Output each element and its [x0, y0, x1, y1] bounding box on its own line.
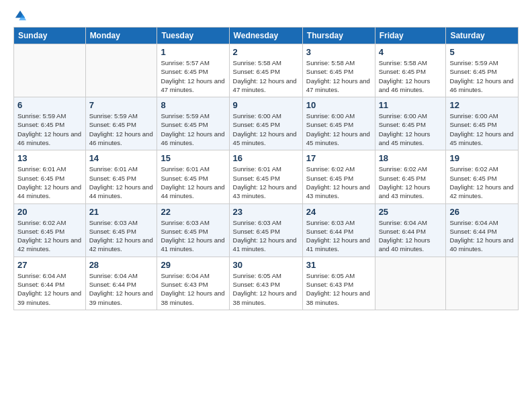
calendar-header-cell: Tuesday: [157, 28, 229, 44]
day-number: 12: [449, 100, 515, 110]
calendar-cell: 5Sunrise: 5:59 AM Sunset: 6:45 PM Daylig…: [446, 44, 519, 97]
day-number: 27: [17, 260, 82, 270]
calendar-week-row: 27Sunrise: 6:04 AM Sunset: 6:44 PM Dayli…: [14, 257, 519, 310]
day-info: Sunrise: 6:04 AM Sunset: 6:44 PM Dayligh…: [449, 218, 515, 254]
page: SundayMondayTuesdayWednesdayThursdayFrid…: [0, 0, 532, 411]
calendar-cell: [14, 44, 86, 97]
calendar-cell: 9Sunrise: 6:00 AM Sunset: 6:45 PM Daylig…: [229, 97, 302, 150]
day-info: Sunrise: 6:00 AM Sunset: 6:45 PM Dayligh…: [379, 111, 443, 147]
calendar-header-cell: Monday: [85, 28, 157, 44]
day-number: 20: [17, 207, 82, 217]
calendar-cell: 18Sunrise: 6:02 AM Sunset: 6:45 PM Dayli…: [375, 150, 446, 203]
day-info: Sunrise: 6:04 AM Sunset: 6:44 PM Dayligh…: [17, 271, 82, 307]
calendar-week-row: 6Sunrise: 5:59 AM Sunset: 6:45 PM Daylig…: [14, 97, 519, 150]
calendar-header-cell: Sunday: [14, 28, 86, 44]
day-number: 5: [449, 47, 515, 57]
calendar-cell: [85, 44, 157, 97]
day-number: 28: [89, 260, 154, 270]
day-info: Sunrise: 6:03 AM Sunset: 6:45 PM Dayligh…: [89, 218, 154, 254]
day-info: Sunrise: 6:04 AM Sunset: 6:44 PM Dayligh…: [379, 218, 443, 254]
day-info: Sunrise: 6:02 AM Sunset: 6:45 PM Dayligh…: [379, 165, 443, 200]
calendar-cell: 16Sunrise: 6:01 AM Sunset: 6:45 PM Dayli…: [229, 150, 302, 203]
day-number: 16: [233, 153, 299, 163]
day-info: Sunrise: 6:01 AM Sunset: 6:45 PM Dayligh…: [233, 165, 299, 200]
calendar-cell: 23Sunrise: 6:03 AM Sunset: 6:45 PM Dayli…: [229, 203, 302, 257]
calendar-cell: 2Sunrise: 5:58 AM Sunset: 6:45 PM Daylig…: [229, 44, 302, 97]
logo-icon: [14, 9, 26, 21]
day-number: 24: [306, 207, 371, 217]
day-info: Sunrise: 6:01 AM Sunset: 6:45 PM Dayligh…: [89, 165, 154, 200]
calendar-cell: 25Sunrise: 6:04 AM Sunset: 6:44 PM Dayli…: [375, 203, 446, 257]
calendar-cell: 11Sunrise: 6:00 AM Sunset: 6:45 PM Dayli…: [375, 97, 446, 150]
calendar-cell: [446, 257, 519, 310]
day-number: 17: [306, 153, 371, 163]
day-number: 26: [449, 207, 515, 217]
day-number: 1: [161, 47, 225, 57]
day-number: 31: [306, 260, 371, 270]
day-info: Sunrise: 5:59 AM Sunset: 6:45 PM Dayligh…: [89, 111, 154, 147]
day-info: Sunrise: 5:59 AM Sunset: 6:45 PM Dayligh…: [161, 111, 225, 147]
day-info: Sunrise: 5:58 AM Sunset: 6:45 PM Dayligh…: [233, 58, 299, 94]
calendar-header-cell: Saturday: [446, 28, 519, 44]
calendar-cell: 10Sunrise: 6:00 AM Sunset: 6:45 PM Dayli…: [302, 97, 375, 150]
day-number: 29: [161, 260, 225, 270]
calendar-week-row: 20Sunrise: 6:02 AM Sunset: 6:45 PM Dayli…: [14, 203, 519, 257]
calendar-cell: 31Sunrise: 6:05 AM Sunset: 6:43 PM Dayli…: [302, 257, 375, 310]
calendar-cell: 17Sunrise: 6:02 AM Sunset: 6:45 PM Dayli…: [302, 150, 375, 203]
day-info: Sunrise: 5:58 AM Sunset: 6:45 PM Dayligh…: [379, 58, 443, 94]
day-info: Sunrise: 6:03 AM Sunset: 6:44 PM Dayligh…: [306, 218, 371, 254]
day-number: 7: [89, 100, 154, 110]
calendar-cell: 29Sunrise: 6:04 AM Sunset: 6:43 PM Dayli…: [157, 257, 229, 310]
calendar-cell: 27Sunrise: 6:04 AM Sunset: 6:44 PM Dayli…: [14, 257, 86, 310]
calendar-week-row: 13Sunrise: 6:01 AM Sunset: 6:45 PM Dayli…: [14, 150, 519, 203]
day-info: Sunrise: 6:00 AM Sunset: 6:45 PM Dayligh…: [306, 111, 371, 147]
day-info: Sunrise: 5:59 AM Sunset: 6:45 PM Dayligh…: [17, 111, 82, 147]
day-info: Sunrise: 5:58 AM Sunset: 6:45 PM Dayligh…: [306, 58, 371, 94]
day-info: Sunrise: 6:04 AM Sunset: 6:44 PM Dayligh…: [89, 271, 154, 307]
day-number: 14: [89, 153, 154, 163]
calendar-cell: 22Sunrise: 6:03 AM Sunset: 6:45 PM Dayli…: [157, 203, 229, 257]
calendar-cell: 6Sunrise: 5:59 AM Sunset: 6:45 PM Daylig…: [14, 97, 86, 150]
day-number: 18: [379, 153, 443, 163]
calendar-cell: 28Sunrise: 6:04 AM Sunset: 6:44 PM Dayli…: [85, 257, 157, 310]
day-info: Sunrise: 6:00 AM Sunset: 6:45 PM Dayligh…: [449, 111, 515, 147]
day-number: 19: [449, 153, 515, 163]
header: [13, 11, 519, 20]
calendar-cell: 30Sunrise: 6:05 AM Sunset: 6:43 PM Dayli…: [229, 257, 302, 310]
day-number: 8: [161, 100, 225, 110]
calendar-cell: 12Sunrise: 6:00 AM Sunset: 6:45 PM Dayli…: [446, 97, 519, 150]
calendar-cell: 3Sunrise: 5:58 AM Sunset: 6:45 PM Daylig…: [302, 44, 375, 97]
day-info: Sunrise: 5:59 AM Sunset: 6:45 PM Dayligh…: [449, 58, 515, 94]
day-number: 13: [17, 153, 82, 163]
day-info: Sunrise: 6:04 AM Sunset: 6:43 PM Dayligh…: [161, 271, 225, 307]
calendar-cell: 19Sunrise: 6:02 AM Sunset: 6:45 PM Dayli…: [446, 150, 519, 203]
day-info: Sunrise: 6:01 AM Sunset: 6:45 PM Dayligh…: [161, 165, 225, 200]
day-number: 10: [306, 100, 371, 110]
calendar-week-row: 1Sunrise: 5:57 AM Sunset: 6:45 PM Daylig…: [14, 44, 519, 97]
day-info: Sunrise: 6:02 AM Sunset: 6:45 PM Dayligh…: [306, 165, 371, 200]
day-info: Sunrise: 5:57 AM Sunset: 6:45 PM Dayligh…: [161, 58, 225, 94]
day-number: 9: [233, 100, 299, 110]
calendar-header-cell: Friday: [375, 28, 446, 44]
calendar-table: SundayMondayTuesdayWednesdayThursdayFrid…: [13, 27, 519, 310]
calendar-cell: 8Sunrise: 5:59 AM Sunset: 6:45 PM Daylig…: [157, 97, 229, 150]
calendar-cell: 7Sunrise: 5:59 AM Sunset: 6:45 PM Daylig…: [85, 97, 157, 150]
calendar-cell: 15Sunrise: 6:01 AM Sunset: 6:45 PM Dayli…: [157, 150, 229, 203]
day-number: 30: [233, 260, 299, 270]
calendar-cell: 4Sunrise: 5:58 AM Sunset: 6:45 PM Daylig…: [375, 44, 446, 97]
calendar-cell: 24Sunrise: 6:03 AM Sunset: 6:44 PM Dayli…: [302, 203, 375, 257]
calendar-cell: 13Sunrise: 6:01 AM Sunset: 6:45 PM Dayli…: [14, 150, 86, 203]
calendar-cell: 26Sunrise: 6:04 AM Sunset: 6:44 PM Dayli…: [446, 203, 519, 257]
day-number: 6: [17, 100, 82, 110]
calendar-header-row: SundayMondayTuesdayWednesdayThursdayFrid…: [14, 28, 519, 44]
day-info: Sunrise: 6:05 AM Sunset: 6:43 PM Dayligh…: [233, 271, 299, 307]
calendar-cell: [375, 257, 446, 310]
day-number: 3: [306, 47, 371, 57]
calendar-cell: 1Sunrise: 5:57 AM Sunset: 6:45 PM Daylig…: [157, 44, 229, 97]
calendar-cell: 21Sunrise: 6:03 AM Sunset: 6:45 PM Dayli…: [85, 203, 157, 257]
day-info: Sunrise: 6:03 AM Sunset: 6:45 PM Dayligh…: [233, 218, 299, 254]
day-info: Sunrise: 6:03 AM Sunset: 6:45 PM Dayligh…: [161, 218, 225, 254]
day-info: Sunrise: 6:02 AM Sunset: 6:45 PM Dayligh…: [17, 218, 82, 254]
day-number: 25: [379, 207, 443, 217]
day-number: 15: [161, 153, 225, 163]
